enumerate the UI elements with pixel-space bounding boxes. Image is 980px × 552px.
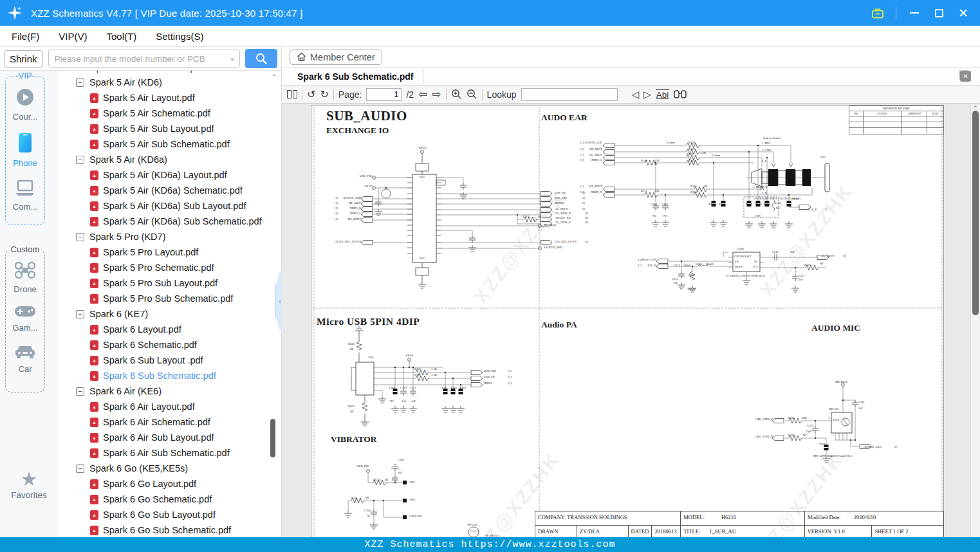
tree-file[interactable]: ▴Spark 6 Go Sub Layout.pdf [58,507,281,522]
tree-file[interactable]: ▴Spark 6 Go Sub Schematic.pdf [58,522,281,537]
tab-active[interactable]: Spark 6 Sub Schematic.pdf [282,68,423,85]
tree-folder[interactable]: −Spark 5 Air (KD6a) [58,152,281,167]
page-number-input[interactable] [366,88,402,101]
collapse-icon[interactable]: − [76,78,84,87]
pdf-scrollbar[interactable]: ⌃ [970,104,980,537]
rail-item-computer[interactable]: Com... [6,178,44,212]
rail-item-phone[interactable]: Phone [6,132,44,168]
net-label: U282 [737,248,744,251]
pdf-icon: ▴ [90,93,98,103]
member-row: Member Center [282,47,980,68]
rail-item-gamepad[interactable]: Gam... [6,304,44,333]
tree-file[interactable]: ▴Spark 6 Sub Layout .pdf [58,353,281,368]
tree-file[interactable]: ▴Spark 5 Air Layout.pdf [58,90,281,106]
tree-file[interactable]: ▴Spark 5 Air (KD6a) Sub Schematic.pdf [58,214,281,229]
net-label: VIB- [409,499,415,502]
menu-vip[interactable]: VIP(V) [59,31,87,42]
net-label: [1] [335,207,338,210]
tree-scroll-up-icon[interactable]: ⌃ [272,73,277,80]
tree-file[interactable]: ▴Spark 5 Pro Layout.pdf [58,244,281,260]
tree-file[interactable]: ▴Spark 6 Sub Schematic.pdf [58,368,281,383]
net-label: 33pF [806,430,811,434]
net-label: MIC101 [829,408,839,411]
rail-item-drone[interactable]: Drone [6,261,44,294]
match-case-button[interactable]: Abi [656,89,670,100]
lookup-input[interactable] [521,88,618,101]
find-next-button[interactable]: ▷ [643,87,651,102]
net-label: R302 [414,368,421,371]
tree-folder[interactable]: −Spark 5 Pro (KD7) [58,229,281,244]
next-page-button[interactable]: ⇨ [432,87,441,102]
menu-file[interactable]: File(F) [12,31,39,42]
chevron-down-icon[interactable]: ⌄ [229,53,236,62]
tree-folder[interactable]: −Spark 5 Air (KD6) [58,75,281,90]
tree-file[interactable]: ▴Spark 5 Air (KD6a) Layout.pdf [58,167,281,183]
menu-settings[interactable]: Settings(S) [156,31,203,42]
tree-scrollbar-thumb[interactable] [270,419,275,457]
collapse-icon[interactable]: − [76,156,84,164]
tree-file[interactable]: ▴Spark 6 Air Sub Schematic.pdf [58,445,281,461]
revision-title: REVISION RECORD [849,106,943,111]
net-label: T311 [441,387,448,390]
tree-folder[interactable]: −Spark 6 Go (KE5,KE5s) [58,461,281,476]
tree-file[interactable]: ▴Spark 6 Air Layout.pdf [58,399,281,414]
tree-folder[interactable]: −Spark 6 Air (KE6) [58,383,281,399]
collapse-icon[interactable]: − [76,465,84,473]
binoculars-icon[interactable] [674,87,687,102]
collapse-icon[interactable]: − [76,310,84,318]
tree-file[interactable]: ▴Spark 5 Air (KD6a) Schematic.pdf [58,183,281,198]
collapse-icon[interactable]: − [76,387,84,396]
find-previous-button[interactable]: ◁ [632,87,640,102]
close-button[interactable]: ✕ [957,6,970,19]
zoom-in-button[interactable] [451,87,462,102]
vip-group: -VIP- Cour... Phone Com... [5,76,45,225]
tree-file[interactable]: ▴Spark 5 Air (KD6a) Sub Layout.pdf [58,198,281,214]
tree-file[interactable]: ▴Spark 6 Go Schematic.pdf [58,492,281,507]
tree-file[interactable]: ▴Spark 6 Air Schematic.pdf [58,414,281,430]
minimize-button[interactable] [908,6,921,19]
tree-file[interactable]: ▴Spark 5 Pro Sub Layout.pdf [58,275,281,291]
tree-file[interactable]: ▴Spark 5 Air Sub Schematic.pdf [58,136,281,152]
pdf-viewport[interactable]: REVISION RECORD DR.ECO NO.APPROVEDDATE C… [282,104,980,537]
net-label: 100nF [683,264,691,268]
tree-file[interactable]: ▴Spark 6 Layout.pdf [58,322,281,337]
app-logo-icon [6,5,23,21]
tree-file[interactable]: ▴Spark 5 Air Sub Layout.pdf [58,121,281,136]
tree-file[interactable]: ▴Spark 6 Air Sub Layout.pdf [58,430,281,445]
rotate-left-button[interactable]: ↺ [307,87,315,102]
net-label: NC [663,215,667,218]
tree-file[interactable]: ▴Spark 6 Schematic.pdf [58,337,281,353]
shrink-button[interactable]: Shrink [4,50,43,68]
zoom-out-button[interactable] [467,87,477,102]
collapse-icon[interactable]: − [76,233,84,241]
two-page-view-button[interactable] [287,87,297,102]
net-label: AU_VINS_N [555,212,571,216]
net-label: HP_RENT [348,218,361,221]
rail-item-favorites[interactable]: ★ Favorites [0,470,58,500]
member-center-button[interactable]: Member Center [290,50,382,65]
maximize-button[interactable] [932,6,945,19]
revision-header: DR.ECO NO.APPROVEDDATE [849,111,943,116]
previous-page-button[interactable]: ⇦ [418,87,427,102]
tree-file[interactable]: ▴Spark 5 Air Schematic.pdf [58,106,281,121]
pdf-scrollbar-thumb[interactable] [972,111,979,315]
net-label: 0.5mm [667,142,675,145]
net-label: RU10 [373,479,380,482]
close-tab-icon[interactable]: ✕ [960,71,971,82]
menu-tool[interactable]: Tool(T) [107,31,137,42]
search-button[interactable] [245,49,277,68]
tree-file[interactable]: ▴Spark 6 Go Layout.pdf [58,476,281,492]
briefcase-icon[interactable] [871,6,884,19]
search-input[interactable] [48,50,240,68]
tree-file[interactable]: ▴Spark 5 Pro Sub Schematic.pdf [58,291,281,306]
net-label: VIB+ [409,481,416,484]
rail-item-course[interactable]: Cour... [6,87,44,122]
pdf-icon: ▴ [90,340,98,350]
pdf-icon: ▴ [90,217,98,226]
tree-file[interactable]: ▴Spark 5 Pro Schematic.pdf [58,260,281,275]
rotate-right-button[interactable]: ↻ [320,87,328,102]
rail-item-car[interactable]: Car [6,343,44,374]
net-label: 3 R [762,192,767,195]
net-label: C211 [799,275,805,278]
tree-folder[interactable]: −Spark 6 (KE7) [58,306,281,322]
